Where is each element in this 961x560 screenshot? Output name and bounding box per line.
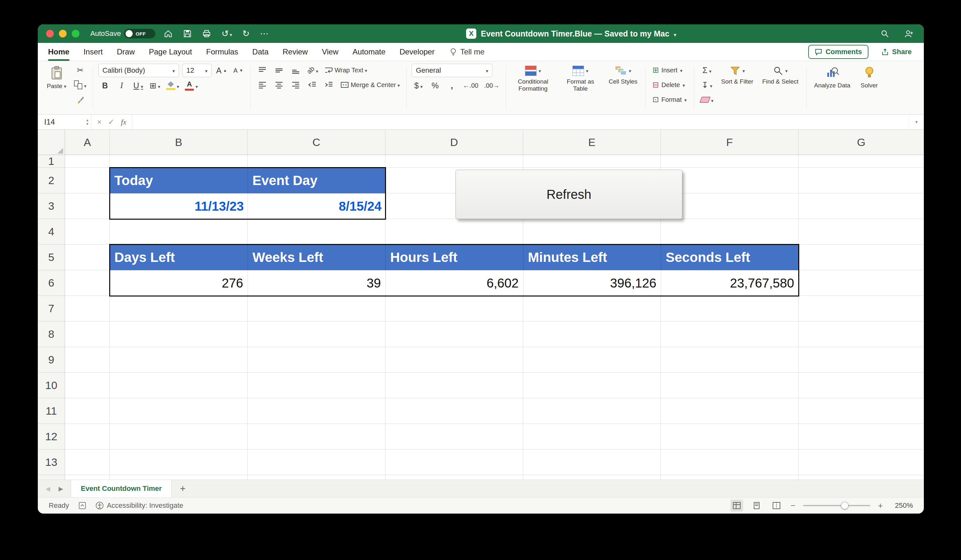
font-color-button[interactable]: A bbox=[183, 79, 199, 92]
sheet-tab-active[interactable]: Event Countdown Timer bbox=[71, 480, 172, 497]
cell-c5-weeks-left-header[interactable]: Weeks Left bbox=[247, 245, 386, 270]
align-bottom-button[interactable] bbox=[289, 64, 302, 77]
row-header-4[interactable]: 4 bbox=[38, 219, 65, 245]
add-sheet-button[interactable]: + bbox=[172, 480, 194, 497]
format-as-table-button[interactable]: Format as Table bbox=[559, 64, 602, 95]
conditional-formatting-button[interactable]: Conditional Formatting bbox=[511, 64, 555, 95]
cell-e6-minutes-left-value[interactable]: 396,126 bbox=[523, 270, 661, 296]
align-right-button[interactable] bbox=[289, 79, 302, 91]
row-header-13[interactable]: 13 bbox=[38, 449, 65, 475]
merge-center-button[interactable]: Merge & Center bbox=[339, 79, 402, 91]
align-middle-button[interactable] bbox=[272, 64, 286, 77]
comma-format-button[interactable]: , bbox=[445, 79, 458, 92]
cut-button[interactable]: ✂ bbox=[73, 64, 88, 77]
ribbon-tab-page-layout[interactable]: Page Layout bbox=[149, 43, 192, 61]
formula-input[interactable] bbox=[132, 115, 909, 129]
cell-f6-seconds-left-value[interactable]: 23,767,580 bbox=[661, 270, 799, 296]
autosave-toggle[interactable]: OFF bbox=[124, 29, 155, 39]
row-header-12[interactable]: 12 bbox=[38, 424, 65, 449]
underline-button[interactable]: U bbox=[132, 79, 145, 92]
font-size-select[interactable]: 12 bbox=[182, 64, 212, 77]
align-left-button[interactable] bbox=[256, 79, 269, 91]
cell-f5-seconds-left-header[interactable]: Seconds Left bbox=[661, 245, 799, 270]
sort-filter-button[interactable]: Sort & Filter bbox=[718, 64, 756, 87]
print-button[interactable] bbox=[200, 28, 213, 39]
column-header-F[interactable]: F bbox=[661, 130, 799, 155]
align-center-button[interactable] bbox=[272, 79, 286, 91]
ribbon-tab-review[interactable]: Review bbox=[283, 43, 308, 61]
delete-cells-button[interactable]: ⊟Delete bbox=[651, 79, 689, 91]
row-header-5[interactable]: 5 bbox=[38, 245, 65, 270]
row-header-6[interactable]: 6 bbox=[38, 270, 65, 296]
row-header-9[interactable]: 9 bbox=[38, 347, 65, 373]
percent-format-button[interactable]: % bbox=[428, 79, 442, 92]
undo-button[interactable]: ↺ bbox=[219, 28, 234, 39]
orientation-button[interactable]: ab bbox=[305, 64, 320, 77]
solver-button[interactable]: Solver bbox=[858, 64, 881, 112]
paste-button[interactable]: Paste bbox=[44, 64, 69, 91]
column-header-D[interactable]: D bbox=[386, 130, 523, 155]
cell-c6-weeks-left-value[interactable]: 39 bbox=[247, 270, 386, 296]
find-select-button[interactable]: Find & Select bbox=[760, 64, 801, 87]
close-window-button[interactable] bbox=[46, 30, 54, 37]
increase-indent-button[interactable] bbox=[322, 79, 336, 91]
row-header-11[interactable]: 11 bbox=[38, 398, 65, 424]
column-header-B[interactable]: B bbox=[110, 130, 247, 155]
save-button[interactable] bbox=[181, 28, 194, 39]
ribbon-tab-developer[interactable]: Developer bbox=[399, 43, 434, 61]
page-layout-view-button[interactable] bbox=[750, 499, 763, 512]
name-box-spinner[interactable]: ▴ ▾ bbox=[86, 119, 88, 125]
cell-b6-days-left-value[interactable]: 276 bbox=[110, 270, 247, 296]
expand-formula-bar-button[interactable] bbox=[909, 115, 924, 129]
page-break-view-button[interactable] bbox=[770, 499, 783, 512]
ribbon-tab-automate[interactable]: Automate bbox=[353, 43, 386, 61]
comments-button[interactable]: Comments bbox=[808, 45, 868, 59]
cell-d5-hours-left-header[interactable]: Hours Left bbox=[386, 245, 523, 270]
more-commands-button[interactable]: ⋯ bbox=[258, 28, 270, 39]
cell-d6-hours-left-value[interactable]: 6,602 bbox=[386, 270, 523, 296]
italic-button[interactable]: I bbox=[115, 79, 129, 92]
home-quick-button[interactable] bbox=[162, 28, 175, 39]
ribbon-tab-draw[interactable]: Draw bbox=[117, 43, 135, 61]
previous-sheet-icon[interactable]: ◀ bbox=[45, 485, 50, 493]
copy-button[interactable] bbox=[73, 79, 88, 91]
maximize-window-button[interactable] bbox=[72, 30, 79, 37]
cell-b2-today-header[interactable]: Today bbox=[110, 168, 247, 193]
clear-button[interactable] bbox=[699, 93, 715, 106]
row-header-3[interactable]: 3 bbox=[38, 193, 65, 219]
ribbon-tab-data[interactable]: Data bbox=[252, 43, 269, 61]
name-box[interactable]: I14 ▴ ▾ bbox=[38, 115, 91, 129]
row-header-2[interactable]: 2 bbox=[38, 168, 65, 193]
format-cells-button[interactable]: ⊡Format bbox=[651, 93, 689, 106]
share-button[interactable]: Share bbox=[879, 47, 914, 56]
insert-function-icon[interactable]: fx bbox=[121, 118, 126, 127]
search-button[interactable] bbox=[878, 28, 891, 39]
cell-styles-button[interactable]: Cell Styles bbox=[606, 64, 640, 87]
cell-c3-event-date[interactable]: 8/15/24 bbox=[247, 193, 386, 219]
row-header-1[interactable]: 1 bbox=[38, 155, 65, 168]
row-header-7[interactable]: 7 bbox=[38, 296, 65, 321]
document-title-area[interactable]: X Event Countdown Timer.Blue — Saved to … bbox=[277, 29, 866, 39]
zoom-slider[interactable] bbox=[803, 505, 870, 506]
accessibility-status[interactable]: Accessibility: Investigate bbox=[95, 501, 183, 510]
column-header-A[interactable]: A bbox=[65, 130, 110, 155]
ribbon-tab-home[interactable]: Home bbox=[48, 43, 69, 61]
column-header-E[interactable]: E bbox=[523, 130, 661, 155]
column-header-G[interactable]: G bbox=[799, 130, 924, 155]
number-format-select[interactable]: General bbox=[411, 64, 492, 77]
autosum-button[interactable]: Σ bbox=[699, 64, 715, 77]
bold-button[interactable]: B bbox=[98, 79, 112, 92]
zoom-slider-thumb[interactable] bbox=[841, 502, 849, 509]
tell-me-control[interactable]: Tell me bbox=[450, 47, 485, 56]
format-painter-button[interactable] bbox=[73, 93, 88, 106]
cell-c2-event-day-header[interactable]: Event Day bbox=[247, 168, 386, 193]
macro-record-control[interactable] bbox=[78, 501, 87, 510]
row-header-10[interactable]: 10 bbox=[38, 373, 65, 398]
grid-canvas[interactable]: Today Event Day 11/13/23 8/15/24 Refresh… bbox=[65, 155, 924, 480]
align-top-button[interactable] bbox=[256, 64, 269, 77]
analyze-data-button[interactable]: Analyze Data bbox=[812, 64, 853, 112]
fill-button[interactable]: ↧ bbox=[699, 79, 715, 91]
borders-button[interactable]: ⊞ bbox=[148, 79, 162, 92]
account-button[interactable] bbox=[902, 28, 916, 39]
increase-decimal-button[interactable]: ←.00 bbox=[461, 79, 479, 92]
